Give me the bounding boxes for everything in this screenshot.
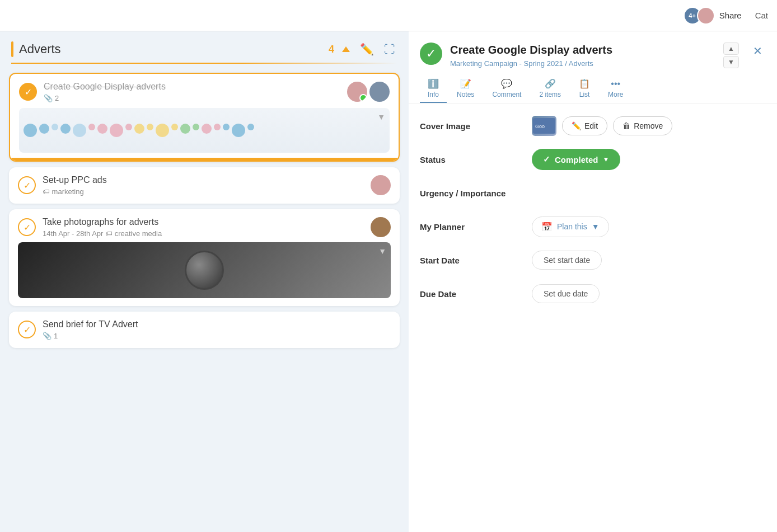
tab-notes[interactable]: 📝 Notes — [449, 75, 482, 103]
move-button[interactable]: ⛶ — [382, 41, 397, 58]
start-date-value: Set start date — [532, 251, 766, 270]
tab-info[interactable]: ℹ️ Info — [420, 75, 447, 103]
task-checkbox[interactable]: ✓ — [18, 218, 36, 236]
bead — [202, 124, 212, 134]
urgency-row: Urgency / Importance — [420, 182, 766, 204]
bead — [147, 124, 153, 130]
board-header: Adverts 4 ✏️ ⛶ — [0, 31, 409, 63]
main-layout: Adverts 4 ✏️ ⛶ ✓ Create Google Display a… — [0, 31, 777, 532]
status-button[interactable]: ✓ Completed ▼ — [532, 149, 620, 170]
board-accent — [11, 41, 13, 57]
bead — [180, 124, 190, 134]
bead — [73, 124, 86, 137]
status-value: ✓ Completed ▼ — [532, 149, 766, 170]
svg-text:Goo: Goo — [535, 124, 545, 129]
nav-buttons: ▲ ▼ — [723, 43, 739, 68]
task-card[interactable]: ✓ Set-up PPC ads 🏷 marketing — [9, 167, 400, 204]
more-icon: ••• — [611, 79, 620, 89]
task-title: Create Google Display adverts — [44, 82, 340, 92]
share-label[interactable]: Share — [719, 11, 742, 20]
beads-visualization: ▼ — [19, 108, 390, 153]
detail-title-section: Create Google Display adverts Marketing … — [450, 43, 715, 68]
task-card-header: ✓ Take photographs for adverts 14th Apr … — [18, 217, 391, 238]
start-date-label: Start Date — [420, 256, 532, 265]
chevron-down-icon: ▼ — [378, 247, 386, 256]
task-list: ✓ Create Google Display adverts 📎 2 — [0, 73, 409, 348]
left-panel: Adverts 4 ✏️ ⛶ ✓ Create Google Display a… — [0, 31, 409, 532]
due-date-row: Due Date Set due date — [420, 283, 766, 305]
task-date: 14th Apr - 28th Apr 🏷 creative media — [43, 229, 364, 238]
task-tag: 🏷 marketing — [43, 187, 364, 196]
tab-list-label: List — [579, 91, 590, 98]
attachment-icon: 📎 — [43, 332, 52, 340]
breadcrumb[interactable]: Marketing Campaign - Spring 2021 / Adver… — [450, 59, 715, 68]
task-assignees — [347, 82, 390, 102]
edit-button[interactable]: ✏️ — [358, 40, 376, 58]
planner-icon: 📅 — [541, 222, 553, 232]
set-start-date-button[interactable]: Set start date — [532, 251, 602, 270]
status-text: Completed — [555, 155, 598, 164]
cover-image-label: Cover Image — [420, 121, 532, 131]
lens-icon — [185, 251, 224, 290]
task-complete-icon: ✓ — [420, 43, 442, 65]
nav-up-button[interactable]: ▲ — [723, 43, 739, 55]
nav-down-button[interactable]: ▼ — [723, 56, 739, 68]
urgency-label: Urgency / Importance — [420, 189, 532, 198]
remove-label: Remove — [634, 121, 663, 130]
attachment-count: 📎 2 — [44, 94, 340, 102]
task-card[interactable]: ✓ Create Google Display adverts 📎 2 — [9, 73, 400, 162]
assignee-avatar — [371, 175, 391, 195]
notes-icon: 📝 — [460, 78, 471, 89]
tab-more[interactable]: ••• More — [600, 76, 631, 103]
tab-comment[interactable]: 💬 Comment — [484, 75, 529, 103]
task-title: Take photographs for adverts — [43, 217, 364, 227]
bead — [156, 124, 169, 137]
close-button[interactable]: ✕ — [749, 43, 766, 59]
cover-image-icon: Goo — [533, 118, 555, 134]
card-accent — [10, 158, 399, 161]
tab-list[interactable]: 📋 List — [571, 75, 598, 103]
bead-row — [24, 124, 254, 137]
plan-this-button[interactable]: 📅 Plan this ▼ — [532, 216, 609, 237]
right-panel: ✓ Create Google Display adverts Marketin… — [409, 31, 777, 532]
task-checkbox[interactable]: ✓ — [19, 83, 37, 101]
set-due-date-button[interactable]: Set due date — [532, 284, 600, 303]
planner-value: 📅 Plan this ▼ — [532, 216, 766, 237]
start-date-row: Start Date Set start date — [420, 249, 766, 271]
bead — [247, 124, 254, 130]
tab-items-label: 2 items — [539, 91, 561, 98]
cat-label: Cat — [755, 11, 768, 20]
bead — [52, 124, 58, 130]
status-row: Status ✓ Completed ▼ — [420, 148, 766, 171]
planner-row: My Planner 📅 Plan this ▼ — [420, 215, 766, 238]
edit-label: Edit — [584, 121, 598, 130]
bead — [214, 124, 221, 130]
bead — [232, 124, 245, 137]
avatar-1 — [697, 7, 715, 25]
task-title: Send brief for TV Advert — [43, 319, 391, 329]
list-icon: 📋 — [579, 78, 590, 89]
detail-header: ✓ Create Google Display adverts Marketin… — [409, 31, 777, 68]
top-bar: 4+ Share Cat — [0, 0, 777, 31]
edit-cover-button[interactable]: ✏️ Edit — [562, 116, 607, 135]
task-assignees — [371, 175, 391, 195]
assignee-avatar-2 — [369, 82, 390, 102]
bead — [125, 124, 132, 130]
task-checkbox[interactable]: ✓ — [18, 321, 36, 338]
task-card[interactable]: ✓ Take photographs for adverts 14th Apr … — [9, 209, 400, 306]
remove-cover-button[interactable]: 🗑 Remove — [613, 116, 672, 135]
bead — [88, 124, 95, 130]
task-checkbox[interactable]: ✓ — [18, 176, 36, 194]
task-card[interactable]: ✓ Send brief for TV Advert 📎 1 — [9, 312, 400, 348]
info-icon: ℹ️ — [428, 78, 439, 89]
tab-items[interactable]: 🔗 2 items — [531, 75, 569, 103]
tab-more-label: More — [608, 91, 623, 98]
edit-icon: ✏️ — [572, 121, 581, 130]
task-title: Set-up PPC ads — [43, 175, 364, 185]
collapse-button[interactable] — [340, 44, 352, 54]
attachment-count: 📎 1 — [43, 332, 391, 340]
task-card-header: ✓ Set-up PPC ads 🏷 marketing — [18, 175, 391, 196]
status-chevron-icon: ▼ — [603, 156, 610, 163]
cover-image-value: Goo ✏️ Edit 🗑 Remove — [532, 116, 766, 136]
task-photo: ▼ — [18, 242, 391, 298]
